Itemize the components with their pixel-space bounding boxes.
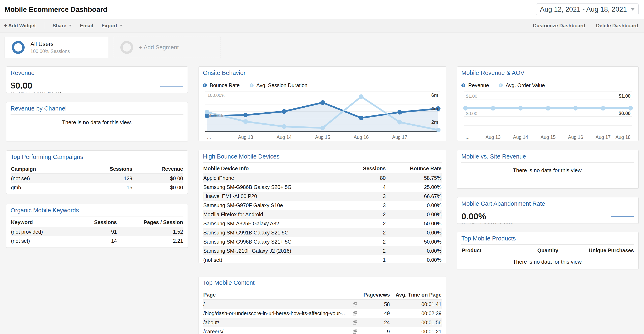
segment-all-users[interactable]: All Users 100.00% Sessions	[4, 37, 108, 58]
open-in-new-icon[interactable]	[352, 301, 358, 307]
svg-text:Aug 13: Aug 13	[486, 135, 501, 140]
table-cell: (not provided)	[10, 229, 70, 235]
table-cell: /	[203, 301, 349, 307]
add-widget-button[interactable]: + Add Widget	[4, 23, 36, 29]
table-row: (not provided)911.52	[10, 227, 184, 236]
add-segment-button[interactable]: + Add Segment	[113, 37, 220, 58]
legend-item-revenue: Revenue	[462, 82, 489, 88]
email-button[interactable]: Email	[80, 23, 93, 29]
export-button[interactable]: Export	[102, 23, 123, 29]
svg-text:$1.00: $1.00	[618, 93, 630, 99]
open-in-new-icon[interactable]	[352, 320, 358, 325]
table-cell: 4	[332, 184, 386, 190]
column-header: Mobile Device Info	[203, 166, 332, 172]
total-value: 0.00% ($0.00)	[33, 92, 62, 93]
open-in-new-icon-cell[interactable]	[349, 301, 361, 307]
table-cell: 2	[332, 248, 386, 254]
open-in-new-icon[interactable]	[352, 329, 358, 334]
table-header-row: CampaignSessionsRevenue	[10, 164, 184, 174]
open-in-new-icon-cell[interactable]	[349, 320, 361, 325]
widget-high-bounce-devices: High Bounce Mobile Devices Mobile Device…	[198, 150, 446, 263]
svg-text:Aug 16: Aug 16	[354, 135, 369, 140]
table-cell: Samsung SM-A325F Galaxy A32	[203, 221, 332, 227]
open-in-new-icon[interactable]	[352, 311, 358, 316]
share-button[interactable]: Share	[52, 23, 72, 29]
series-dot-icon	[250, 83, 254, 87]
table-cell: /about/	[203, 319, 349, 325]
table-row: Apple iPhone8058.75%	[203, 173, 442, 183]
table-row: /careers/900:01:21	[203, 327, 442, 334]
table-header-row: KeywordSessionsPages / Session	[10, 218, 184, 227]
table-cell: 2	[332, 230, 386, 236]
divider	[203, 289, 442, 289]
table-header-row: PagePageviewsAvg. Time on Page	[203, 290, 442, 300]
table-row: Samsung SM-G970F Galaxy S10e30.00%	[203, 201, 442, 210]
widgets-grid: Revenue $0.00 % of Total: 0.00% ($0.00) …	[0, 58, 644, 334]
widget-title[interactable]: Top Mobile Products	[462, 235, 634, 242]
no-data-message: There is no data for this view.	[6, 119, 188, 126]
table-cell: Mozilla Firefox for Android	[203, 211, 332, 217]
divider	[462, 210, 634, 210]
toolbar-divider	[44, 22, 44, 29]
column-header: Quantity	[519, 247, 577, 253]
column-header: Campaign	[10, 166, 85, 172]
table-cell: 58	[361, 301, 390, 307]
open-in-new-icon-cell[interactable]	[349, 329, 361, 334]
widget-top-mobile-content: Top Mobile Content PagePageviewsAvg. Tim…	[198, 276, 446, 334]
widget-mobile-revenue-aov: Mobile Revenue & AOV Revenue Avg. Order …	[457, 67, 638, 141]
widget-revenue: Revenue $0.00 % of Total: 0.00% ($0.00)	[6, 67, 188, 93]
abandonment-total: % of Total: 0.00% (0.00%)	[462, 222, 634, 224]
dashboard-toolbar: + Add Widget Share Email Export Customiz…	[0, 19, 644, 33]
svg-text:50.00%: 50.00%	[208, 113, 223, 118]
widget-title[interactable]: Top Performing Campaigns	[10, 154, 184, 160]
chevron-down-icon	[120, 25, 123, 27]
page-title: Mobile Ecommerce Dashboard	[4, 6, 107, 14]
chevron-down-icon	[630, 8, 635, 11]
widget-title[interactable]: Mobile Revenue & AOV	[462, 70, 634, 76]
svg-text:Aug 17: Aug 17	[596, 135, 611, 140]
widget-title[interactable]: Mobile vs. Site Revenue	[462, 153, 634, 160]
open-in-new-icon-cell[interactable]	[349, 311, 361, 316]
column-header: Page	[203, 292, 349, 298]
table-row: Samsung SM-G991B Galaxy S21 5G20.00%	[203, 228, 442, 237]
widget-title[interactable]: Revenue	[10, 70, 184, 76]
column-header: Revenue	[133, 166, 184, 172]
widget-title[interactable]: High Bounce Mobile Devices	[203, 153, 442, 160]
widget-title[interactable]: Top Mobile Content	[203, 279, 442, 286]
widget-top-campaigns: Top Performing Campaigns CampaignSession…	[6, 150, 188, 194]
date-range-selector[interactable]: Aug 12, 2021 - Aug 18, 2021	[536, 3, 638, 15]
chart-legend: Revenue Avg. Order Value	[462, 82, 634, 88]
widget-title[interactable]: Revenue by Channel	[10, 105, 184, 112]
chart-legend: Bounce Rate Avg. Session Duration	[203, 82, 442, 88]
segments-bar: All Users 100.00% Sessions + Add Segment	[0, 33, 644, 58]
onsite-behavior-chart: 100.00%50.00%6m4m2m...Aug 13Aug 14Aug 15…	[203, 89, 442, 141]
products-table: ProductQuantityUnique Purchases	[462, 246, 634, 255]
table-cell: Samsung SM-G970F Galaxy S10e	[203, 202, 332, 208]
toolbar-left-group: + Add Widget Share Email Export	[4, 22, 123, 29]
legend-item-bounce-rate: Bounce Rate	[203, 82, 240, 88]
widget-revenue-by-channel: Revenue by Channel There is no data for …	[6, 102, 188, 141]
date-range-label: Aug 12, 2021 - Aug 18, 2021	[540, 6, 627, 13]
table-cell: Apple iPhone	[203, 175, 332, 181]
customize-dashboard-button[interactable]: Customize Dashboard	[533, 23, 585, 29]
column-header: Unique Purchases	[576, 247, 634, 253]
widget-title[interactable]: Onsite Behavior	[203, 70, 442, 76]
add-widget-label: + Add Widget	[4, 23, 36, 29]
table-row: /5800:01:41	[203, 300, 442, 309]
delete-dashboard-button[interactable]: Delete Dashboard	[596, 23, 638, 29]
divider	[10, 79, 184, 79]
divider	[10, 163, 184, 163]
widget-title[interactable]: Organic Mobile Keywords	[10, 207, 184, 214]
total-value: 0.00% (0.00%)	[484, 222, 514, 224]
table-header-row: Mobile Device InfoSessionsBounce Rate	[203, 164, 442, 173]
divider	[203, 162, 442, 163]
svg-text:Aug 14: Aug 14	[513, 135, 528, 140]
table-cell: 58.75%	[386, 175, 442, 181]
table-cell: gmb	[10, 185, 85, 191]
table-cell: 24	[361, 319, 390, 325]
svg-text:Aug 15: Aug 15	[315, 135, 330, 140]
segment-detail: 100.00% Sessions	[30, 49, 70, 54]
customize-dashboard-label: Customize Dashboard	[533, 23, 585, 29]
widget-title[interactable]: Mobile Cart Abandonment Rate	[462, 200, 634, 207]
chevron-down-icon	[69, 25, 72, 27]
